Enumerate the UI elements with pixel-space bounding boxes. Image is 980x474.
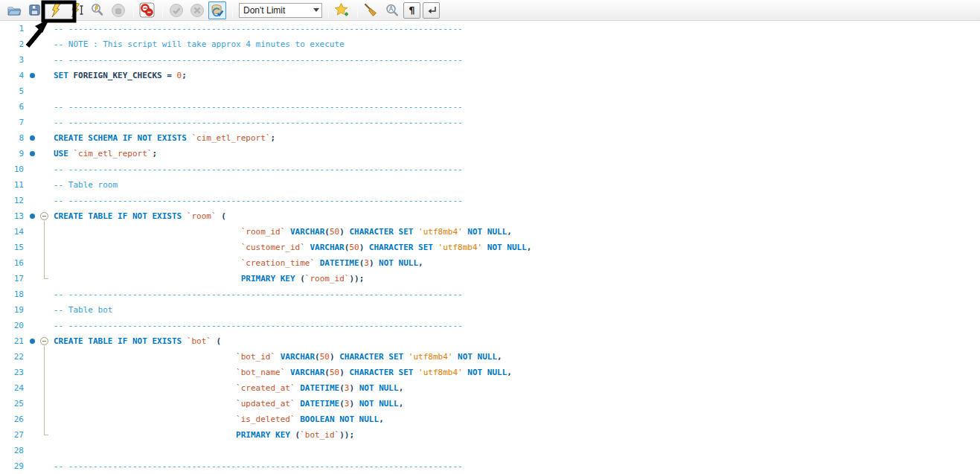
fold-column[interactable] <box>39 208 51 224</box>
code-line[interactable]: 28 <box>0 443 980 458</box>
token-k: VARCHAR <box>285 227 324 237</box>
code-line[interactable]: 2-- NOTE : This script will take approx … <box>0 36 980 52</box>
code-text: -- -------------------------------------… <box>51 21 463 36</box>
sql-code-editor[interactable]: 1-- ------------------------------------… <box>0 21 980 474</box>
statement-marker-column <box>27 83 39 99</box>
code-text: -- -------------------------------------… <box>51 193 463 208</box>
toolbar-separator <box>162 3 163 18</box>
code-line[interactable]: 20-- -----------------------------------… <box>0 318 980 333</box>
code-line[interactable]: 17 PRIMARY KEY (`room_id`)); <box>0 271 980 286</box>
statement-marker-column <box>27 115 39 130</box>
commit-check-icon <box>169 3 184 18</box>
code-line[interactable]: 16 `creation_time` DATETIME(3) NOT NULL, <box>0 255 980 271</box>
beautify-query-button[interactable] <box>362 1 380 19</box>
token-k: CHARACTER SET <box>335 352 404 362</box>
code-text: `creation_time` DATETIME(3) NOT NULL, <box>51 255 423 271</box>
code-line[interactable]: 22 `bot_id` VARCHAR(50) CHARACTER SET 'u… <box>0 349 980 365</box>
code-line[interactable]: 5 <box>0 83 980 99</box>
execute-script-button[interactable] <box>46 1 65 19</box>
explain-plan-button[interactable] <box>88 1 106 19</box>
fold-column <box>39 380 51 396</box>
token-k: VARCHAR <box>285 368 324 377</box>
row-limit-dropdown[interactable]: Don't Limit <box>239 3 322 18</box>
fold-column <box>39 349 51 365</box>
code-line[interactable]: 14 `room_id` VARCHAR(50) CHARACTER SET '… <box>0 224 980 240</box>
code-line[interactable]: 7-- ------------------------------------… <box>0 115 980 130</box>
save-snippet-button[interactable] <box>333 1 351 19</box>
statement-marker-column <box>27 458 39 474</box>
token-p: , <box>399 399 404 409</box>
code-line[interactable]: 23 `bot_name` VARCHAR(50) CHARACTER SET … <box>0 365 980 380</box>
fold-column <box>39 177 51 193</box>
token-i: `bot_name` <box>236 368 285 377</box>
code-text: PRIMARY KEY (`bot_id`)); <box>51 427 354 443</box>
code-line[interactable]: 24 `created_at` DATETIME(3) NOT NULL, <box>0 380 980 396</box>
line-number: 9 <box>0 146 27 161</box>
code-line[interactable]: 9USE `cim_etl_report`; <box>0 146 980 161</box>
code-line[interactable]: 18-- -----------------------------------… <box>0 286 980 302</box>
commit-button[interactable] <box>167 1 185 19</box>
token-p: ( <box>211 336 221 346</box>
statement-bullet-icon <box>30 339 35 344</box>
line-number: 19 <box>0 302 27 318</box>
fold-column <box>39 396 51 411</box>
token-c: -- -------------------------------------… <box>54 55 463 65</box>
svg-text:A: A <box>388 5 393 12</box>
toggle-autocommit-button[interactable] <box>208 1 226 19</box>
statement-marker-column <box>27 52 39 68</box>
execute-statement-button[interactable] <box>67 1 86 19</box>
code-line[interactable]: 21CREATE TABLE IF NOT EXISTS `bot` ( <box>0 333 980 349</box>
token-s: 'utf8mb4' <box>433 243 482 252</box>
execute-statement-lightning-cursor-icon <box>69 2 84 19</box>
code-line[interactable]: 27 PRIMARY KEY (`bot_id`)); <box>0 427 980 443</box>
code-text: -- -------------------------------------… <box>51 52 463 68</box>
code-text: SET FOREIGN_KEY_CHECKS = 0; <box>51 68 187 83</box>
fold-column <box>39 271 51 286</box>
token-i: `room_id` <box>305 274 350 284</box>
code-line[interactable]: 12-- -----------------------------------… <box>0 193 980 208</box>
token-i: `is_deleted` <box>236 414 295 424</box>
toggle-stop-on-error-button[interactable] <box>138 1 156 19</box>
fold-column[interactable] <box>39 333 51 349</box>
code-line[interactable]: 25 `updated_at` DATETIME(3) NOT NULL, <box>0 396 980 411</box>
token-c: -- -------------------------------------… <box>54 461 463 471</box>
line-number: 4 <box>0 68 27 83</box>
token-k: NOT NULL <box>374 258 419 268</box>
token-k: VARCHAR <box>275 352 315 362</box>
code-text: -- -------------------------------------… <box>51 161 463 177</box>
toggle-invisibles-button[interactable]: ¶ <box>403 2 420 19</box>
code-line[interactable]: 6-- ------------------------------------… <box>0 99 980 115</box>
stop-execution-button[interactable] <box>109 1 127 19</box>
token-p: ( <box>295 274 305 284</box>
fold-column <box>39 302 51 318</box>
find-button[interactable]: A <box>382 1 401 19</box>
line-number: 28 <box>0 443 27 458</box>
code-text: `customer_id` VARCHAR(50) CHARACTER SET … <box>51 240 531 255</box>
code-line[interactable]: 13CREATE TABLE IF NOT EXISTS `room` ( <box>0 208 980 224</box>
save-script-button[interactable] <box>25 1 44 19</box>
code-line[interactable]: 26 `is_deleted` BOOLEAN NOT NULL, <box>0 411 980 427</box>
token-i: `room_id` <box>241 227 286 237</box>
fold-collapse-icon[interactable] <box>40 337 48 345</box>
toggle-word-wrap-button[interactable] <box>423 2 440 19</box>
token-p: , <box>418 258 423 268</box>
code-line[interactable]: 10-- -----------------------------------… <box>0 161 980 177</box>
code-line[interactable]: 1-- ------------------------------------… <box>0 21 980 36</box>
fold-collapse-icon[interactable] <box>40 212 48 220</box>
code-line[interactable]: 19-- Table bot <box>0 302 980 318</box>
code-line[interactable]: 11-- Table room <box>0 177 980 193</box>
code-line[interactable]: 4SET FOREIGN_KEY_CHECKS = 0; <box>0 68 980 83</box>
rollback-button[interactable] <box>188 1 206 19</box>
code-line[interactable]: 3-- ------------------------------------… <box>0 52 980 68</box>
open-script-button[interactable] <box>4 1 23 19</box>
code-text: `created_at` DATETIME(3) NOT NULL, <box>51 380 403 396</box>
code-line[interactable]: 29-- -----------------------------------… <box>0 458 980 474</box>
token-p: , <box>527 243 532 252</box>
code-line[interactable]: 15 `customer_id` VARCHAR(50) CHARACTER S… <box>0 240 980 255</box>
token-p: ( <box>324 368 330 377</box>
fold-column <box>39 318 51 333</box>
code-text: USE `cim_etl_report`; <box>51 146 157 161</box>
code-line[interactable]: 8CREATE SCHEMA IF NOT EXISTS `cim_etl_re… <box>0 130 980 146</box>
fold-column <box>39 286 51 302</box>
fold-column <box>39 224 51 240</box>
